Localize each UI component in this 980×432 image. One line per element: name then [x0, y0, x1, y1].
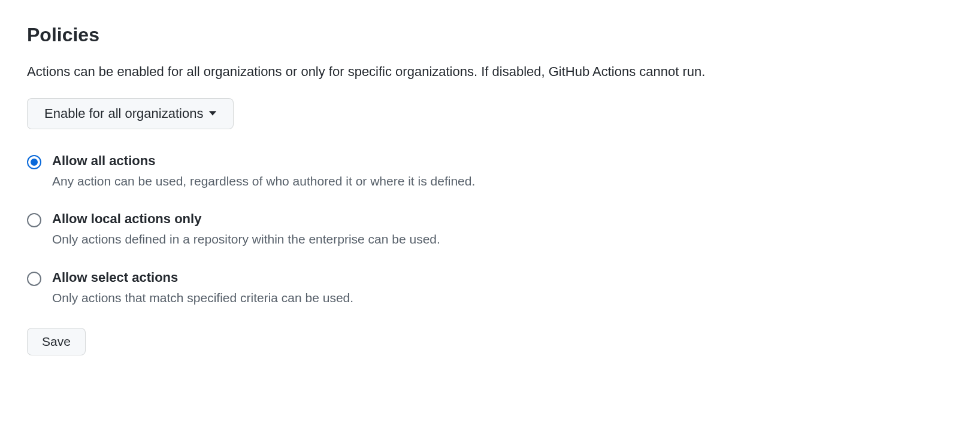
scope-dropdown[interactable]: Enable for all organizations	[27, 98, 234, 129]
caret-down-icon	[209, 111, 216, 115]
scope-dropdown-label: Enable for all organizations	[44, 106, 203, 121]
radio-description: Any action can be used, regardless of wh…	[52, 172, 475, 190]
policies-description: Actions can be enabled for all organizat…	[27, 63, 953, 81]
radio-label: Allow local actions only	[52, 211, 440, 227]
radio-input-allow-local[interactable]	[27, 213, 41, 227]
radio-description: Only actions defined in a repository wit…	[52, 230, 440, 248]
radio-allow-select[interactable]: Allow select actions Only actions that m…	[27, 270, 953, 306]
radio-allow-local[interactable]: Allow local actions only Only actions de…	[27, 211, 953, 248]
radio-input-allow-all[interactable]	[27, 155, 41, 169]
radio-label: Allow select actions	[52, 270, 353, 285]
radio-input-allow-select[interactable]	[27, 272, 41, 286]
page-title: Policies	[27, 24, 953, 46]
radio-allow-all[interactable]: Allow all actions Any action can be used…	[27, 153, 953, 190]
policy-radio-group: Allow all actions Any action can be used…	[27, 153, 953, 306]
save-button[interactable]: Save	[27, 328, 86, 355]
radio-content: Allow select actions Only actions that m…	[52, 270, 353, 306]
radio-label: Allow all actions	[52, 153, 475, 169]
radio-content: Allow all actions Any action can be used…	[52, 153, 475, 190]
radio-description: Only actions that match specified criter…	[52, 289, 353, 306]
radio-content: Allow local actions only Only actions de…	[52, 211, 440, 248]
